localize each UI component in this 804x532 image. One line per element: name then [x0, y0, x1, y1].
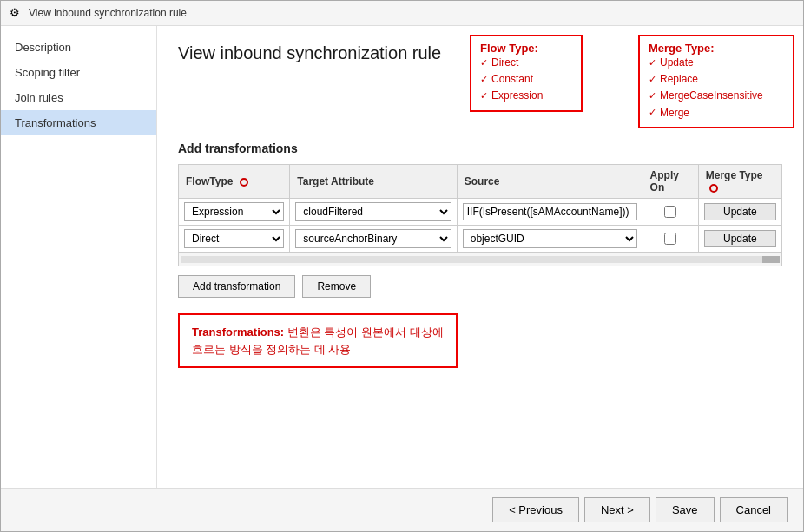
- next-button[interactable]: Next >: [584, 497, 650, 522]
- info-box-text: Transformations: 변환은 특성이 원본에서 대상에흐르는 방식을…: [192, 324, 444, 358]
- table-row: Direct Expression Constant sourceAnchorB…: [179, 226, 782, 253]
- title-bar-text: View inbound synchronization rule: [29, 7, 187, 19]
- check-icon: ✓: [649, 105, 656, 121]
- sidebar-item-join-rules[interactable]: Join rules: [1, 85, 156, 110]
- row1-merge-cell: Update: [698, 199, 781, 226]
- section-title: Add transformations: [178, 141, 782, 155]
- row1-flowtype-select[interactable]: Expression Direct Constant: [184, 202, 284, 221]
- check-icon: ✓: [649, 56, 656, 71]
- row1-flowtype-cell: Expression Direct Constant: [179, 199, 290, 226]
- callout-flowtype-constant: ✓ Constant: [480, 71, 572, 88]
- check-icon: ✓: [649, 89, 656, 104]
- row1-merge-button[interactable]: Update: [704, 203, 776, 220]
- scroll-thumb: [762, 256, 780, 263]
- transformations-table: FlowType Target Attribute Source Apply O…: [178, 164, 782, 253]
- col-apply: Apply On: [643, 165, 698, 199]
- previous-button[interactable]: < Previous: [492, 497, 579, 522]
- check-icon: ✓: [480, 56, 488, 71]
- check-icon: ✓: [480, 72, 488, 88]
- col-flowtype: FlowType: [179, 165, 290, 199]
- row2-flowtype-select[interactable]: Direct Expression Constant: [184, 229, 284, 248]
- row2-merge-cell: Update: [698, 226, 781, 253]
- callout-mergetype-mergecaseinsensitive: ✓ MergeCaseInsensitive: [649, 88, 784, 104]
- info-box-bold: Transformations:: [192, 325, 284, 338]
- flowtype-callout: Flow Type: ✓ Direct ✓ Constant ✓ Express…: [470, 35, 583, 112]
- row2-source-cell: objectGUID: [457, 226, 643, 253]
- cancel-button[interactable]: Cancel: [720, 497, 788, 522]
- check-icon: ✓: [649, 72, 656, 88]
- remove-button[interactable]: Remove: [302, 275, 371, 298]
- flowtype-indicator: [240, 178, 248, 187]
- content-area: Description Scoping filter Join rules Tr…: [1, 26, 803, 488]
- callout-flowtype-direct: ✓ Direct: [480, 55, 572, 71]
- app-icon: ⚙: [10, 6, 23, 20]
- row2-target-cell: sourceAnchorBinary: [290, 226, 457, 253]
- callout-mergetype-replace: ✓ Replace: [649, 71, 784, 88]
- footer: < Previous Next > Save Cancel: [1, 488, 803, 531]
- row1-source-input[interactable]: [463, 203, 637, 220]
- sidebar: Description Scoping filter Join rules Tr…: [1, 26, 157, 488]
- save-button[interactable]: Save: [656, 497, 715, 522]
- row1-target-select[interactable]: cloudFiltered: [295, 202, 451, 221]
- check-icon: ✓: [480, 89, 488, 104]
- callout-mergetype-merge: ✓ Merge: [649, 105, 784, 122]
- mergetype-callout: Merge Type: ✓ Update ✓ Replace ✓ MergeCa…: [638, 35, 794, 128]
- window: ⚙ View inbound synchronization rule Desc…: [0, 0, 804, 532]
- row1-source-cell: [457, 199, 643, 226]
- row2-apply-checkbox[interactable]: [664, 233, 676, 245]
- callout-mergetype-update: ✓ Update: [649, 55, 784, 71]
- callout-flowtype-expression: ✓ Expression: [480, 88, 572, 104]
- action-buttons: Add transformation Remove: [178, 275, 782, 298]
- title-bar: ⚙ View inbound synchronization rule: [1, 1, 803, 26]
- sidebar-item-transformations[interactable]: Transformations: [1, 110, 156, 135]
- row1-target-cell: cloudFiltered: [290, 199, 457, 226]
- col-merge: Merge Type: [698, 165, 781, 199]
- mergetype-indicator: [709, 184, 718, 193]
- sidebar-item-scoping-filter[interactable]: Scoping filter: [1, 60, 156, 85]
- row2-apply-cell: [643, 226, 698, 253]
- sidebar-item-description[interactable]: Description: [1, 35, 156, 60]
- col-target: Target Attribute: [290, 165, 457, 199]
- row1-apply-cell: [643, 199, 698, 226]
- col-source: Source: [457, 165, 643, 199]
- table-scrollbar[interactable]: [178, 253, 782, 266]
- add-transformation-button[interactable]: Add transformation: [178, 275, 295, 298]
- row2-source-select[interactable]: objectGUID: [463, 229, 637, 248]
- row2-target-select[interactable]: sourceAnchorBinary: [295, 229, 451, 248]
- row2-flowtype-cell: Direct Expression Constant: [179, 226, 290, 253]
- row2-merge-button[interactable]: Update: [704, 230, 776, 247]
- main-content: View inbound synchronization rule Flow T…: [157, 26, 803, 488]
- row1-apply-checkbox[interactable]: [664, 206, 676, 218]
- info-box: Transformations: 변환은 특성이 원본에서 대상에흐르는 방식을…: [178, 313, 458, 368]
- table-row: Expression Direct Constant cloudFiltered: [179, 199, 782, 226]
- scroll-track: [181, 256, 780, 263]
